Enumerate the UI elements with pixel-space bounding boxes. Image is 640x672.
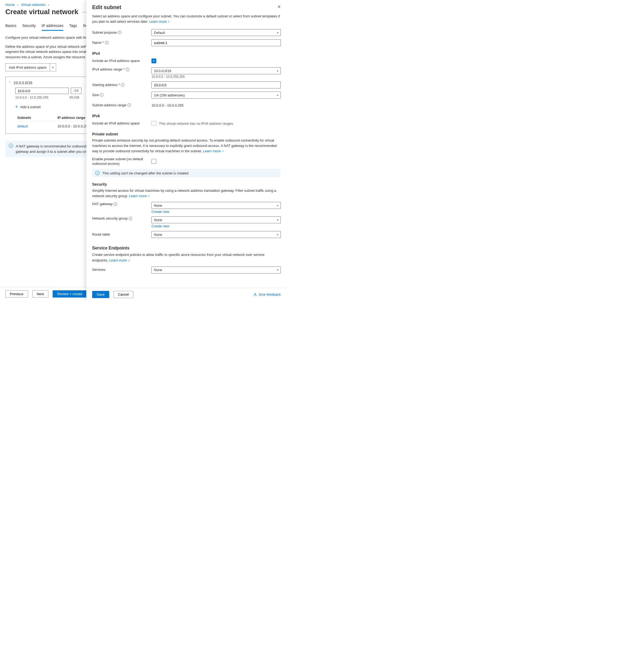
info-icon[interactable]: i [114, 203, 117, 206]
services-select[interactable]: None▾ [151, 266, 281, 274]
private-subnet-desc: Private subnets enhance security by not … [92, 138, 281, 154]
page-title: Create virtual network [5, 8, 78, 16]
subnet-default-link[interactable]: default [17, 124, 28, 128]
learn-more-service-endpoints[interactable]: Learn more [109, 258, 130, 262]
tab-tags[interactable]: Tags [69, 24, 77, 31]
enable-private-checkbox[interactable] [151, 159, 156, 164]
panel-footer: Save Cancel Give feedback [86, 288, 287, 301]
service-endpoints-desc: Create service endpoint policies to allo… [92, 252, 281, 263]
add-ipv4-label: Add IPv4 address space [5, 65, 50, 70]
breadcrumb-sep-2: › [48, 3, 49, 7]
enable-private-label: Enable private subnet (no default outbou… [92, 157, 151, 166]
review-create-button[interactable]: Review + create [53, 290, 87, 297]
tab-basics[interactable]: Basics [5, 24, 16, 31]
ipv4-heading: IPv4 [92, 51, 281, 56]
include-ipv6-label: Include an IPv6 address space [92, 121, 151, 126]
info-icon: i [96, 171, 100, 175]
include-ipv4-checkbox[interactable] [151, 58, 156, 63]
services-label: Services [92, 268, 151, 272]
subnet-range-label: Subnet address range i [92, 103, 151, 108]
person-icon [253, 293, 257, 296]
ipv6-heading: IPv6 [92, 114, 281, 118]
include-ipv4-label: Include an IPv4 address space [92, 59, 151, 63]
name-label: Name* i [92, 41, 151, 45]
info-icon[interactable]: i [121, 83, 125, 87]
address-range-text: 10.0.0.0 - 10.0.255.255 [15, 96, 48, 99]
chevron-down-icon: ▾ [277, 70, 278, 72]
private-subnet-heading: Private subnet [92, 132, 281, 136]
previous-button[interactable]: Previous [5, 290, 28, 297]
panel-title: Edit subnet [92, 4, 121, 11]
ipv6-note: This virtual network has no IPv6 address… [159, 121, 234, 126]
next-button[interactable]: Next [32, 290, 49, 297]
route-table-label: Route table [92, 232, 151, 237]
info-icon: i [9, 144, 13, 148]
create-new-nsg[interactable]: Create new [151, 224, 281, 228]
plus-icon: + [15, 104, 18, 110]
nat-gateway-select[interactable]: None▾ [151, 202, 281, 209]
chevron-down-icon: ▾ [277, 218, 278, 221]
cancel-button[interactable]: Cancel [114, 291, 133, 298]
nsg-select[interactable]: None▾ [151, 216, 281, 223]
info-icon[interactable]: i [100, 93, 103, 97]
security-desc: Simplify internet access for virtual mac… [92, 188, 281, 199]
starting-address-input[interactable] [151, 82, 281, 88]
subnet-purpose-label: Subnet purpose i [92, 30, 151, 35]
nat-gateway-label: NAT gateway i [92, 202, 151, 206]
breadcrumb-home[interactable]: Home [5, 3, 15, 7]
learn-more-security[interactable]: Learn more [129, 194, 149, 198]
include-ipv6-checkbox [151, 121, 156, 126]
chevron-down-icon: ▾ [277, 94, 278, 97]
size-label: Size i [92, 93, 151, 98]
subnet-purpose-select[interactable]: Default▾ [151, 29, 281, 36]
size-select[interactable]: /24 (256 addresses)▾ [151, 92, 281, 99]
chevron-down-icon: ▾ [277, 233, 278, 236]
create-new-nat[interactable]: Create new [151, 210, 281, 214]
chevron-down-icon[interactable]: ▾ [50, 66, 56, 69]
info-icon[interactable]: i [129, 217, 132, 220]
address-ip-input[interactable] [15, 88, 69, 94]
address-space-title: 10.0.0.0/16 [14, 81, 32, 85]
close-icon[interactable]: ✕ [277, 4, 281, 9]
save-button[interactable]: Save [92, 291, 109, 298]
svg-point-0 [254, 293, 256, 294]
ipv4-range-label: IPv4 address range* i [92, 67, 151, 72]
info-icon[interactable]: i [105, 41, 108, 44]
info-icon[interactable]: i [127, 103, 131, 107]
breadcrumb-sep-1: › [17, 3, 18, 7]
chevron-down-icon: ▾ [277, 268, 278, 272]
chevron-down-icon: ▾ [277, 204, 278, 207]
private-subnet-warning: i This setting can't be changed after th… [92, 169, 281, 177]
ipv4-range-select[interactable]: 10.0.0.0/16▾ [151, 67, 281, 74]
nsg-label: Network security group i [92, 216, 151, 221]
service-endpoints-heading: Service Endpoints [92, 246, 281, 250]
add-ipv4-address-space-button[interactable]: Add IPv4 address space ▾ [5, 63, 56, 71]
ipv4-range-helper: 10.0.0.0 - 10.0.255.255 [151, 75, 281, 78]
address-count: 65,536 [70, 96, 79, 99]
learn-more-private[interactable]: Learn more [203, 149, 223, 153]
learn-more-subnet[interactable]: Learn more [149, 19, 170, 24]
security-heading: Security [92, 182, 281, 187]
address-size-select[interactable]: /16 [71, 88, 82, 94]
edit-subnet-panel: Edit subnet ✕ Select an address space an… [86, 0, 287, 301]
info-icon[interactable]: i [126, 68, 129, 71]
panel-intro: Select an address space and configure yo… [92, 14, 281, 24]
collapse-icon[interactable]: ˄ [9, 81, 11, 85]
name-input[interactable] [151, 39, 281, 46]
subnets-col-name: Subnets [17, 116, 57, 120]
route-table-select[interactable]: None▾ [151, 231, 281, 238]
chevron-down-icon: ▾ [277, 31, 278, 34]
info-icon[interactable]: i [118, 31, 121, 34]
tab-ip-addresses[interactable]: IP addresses [42, 24, 63, 31]
give-feedback-link[interactable]: Give feedback [253, 292, 281, 296]
breadcrumb-vnets[interactable]: Virtual networks [21, 3, 45, 7]
tab-security[interactable]: Security [22, 24, 36, 31]
starting-address-label: Starting address* i [92, 83, 151, 87]
subnet-range-value: 10.0.0.0 - 10.0.0.255 [151, 103, 184, 107]
